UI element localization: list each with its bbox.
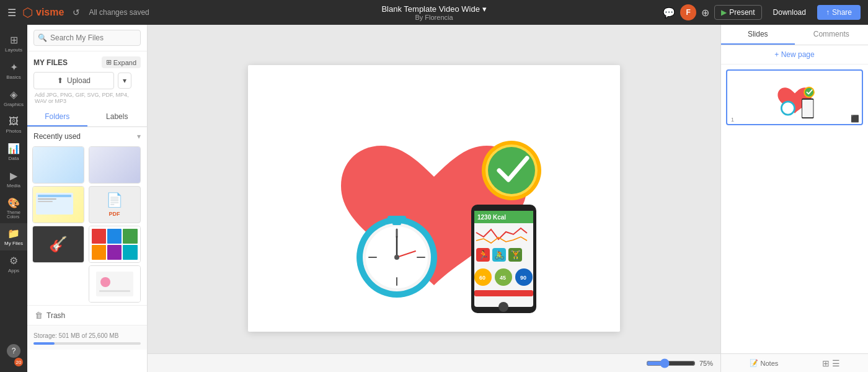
- myfiles-icon: 📁: [7, 228, 20, 239]
- help-icon: ?: [7, 344, 20, 358]
- avatar[interactable]: F: [680, 4, 696, 20]
- logo-text: visme: [36, 7, 64, 18]
- svg-point-36: [498, 302, 508, 312]
- sidebar-item-media[interactable]: ▶ Media: [0, 166, 27, 193]
- upload-button[interactable]: ⬆ Upload: [33, 72, 114, 89]
- list-item[interactable]: [32, 186, 84, 223]
- saved-text: All changes saved: [89, 8, 149, 17]
- tab-labels[interactable]: Labels: [87, 108, 148, 126]
- share-button[interactable]: ↑ Share: [817, 5, 861, 20]
- folder-label-tabs: Folders Labels: [27, 108, 147, 127]
- download-button[interactable]: Download: [767, 6, 812, 19]
- upload-hint: Add JPG, PNG, GIF, SVG, PDF, MP4, WAV or…: [33, 92, 141, 104]
- list-item[interactable]: [89, 146, 141, 184]
- file-thumbnail-1: [33, 147, 84, 183]
- trash-icon: 🗑: [35, 311, 43, 320]
- tab-comments[interactable]: Comments: [795, 25, 869, 45]
- menu-icon[interactable]: ☰: [7, 7, 16, 19]
- canvas-slide[interactable]: 1230 Kcal 🏃 🚴 🏋 60 45 90: [248, 65, 620, 332]
- list-item[interactable]: 📄 PDF: [89, 186, 141, 223]
- upload-area: ⬆ Upload ▾ Add JPG, PNG, GIF, SVG, PDF, …: [27, 72, 147, 108]
- canvas-area[interactable]: 1230 Kcal 🏃 🚴 🏋 60 45 90: [148, 25, 720, 372]
- logo: ⬡ visme: [22, 5, 64, 20]
- svg-point-43: [805, 88, 813, 97]
- collab-icon[interactable]: ⊕: [701, 7, 709, 19]
- expand-button[interactable]: ⊞ Expand: [102, 56, 141, 68]
- new-page-button[interactable]: + New page: [721, 45, 868, 64]
- file-grid: 📄 PDF 🎸: [27, 144, 147, 305]
- trash-row[interactable]: 🗑 Trash: [27, 305, 147, 325]
- recently-used-title: Recently used: [33, 132, 81, 141]
- list-item[interactable]: [89, 265, 141, 303]
- svg-text:60: 60: [479, 275, 485, 281]
- sidebar-item-basics[interactable]: ✦ Basics: [0, 57, 27, 84]
- logo-icon: ⬡: [22, 5, 33, 20]
- list-view-icon[interactable]: ☰: [832, 358, 840, 368]
- upload-dropdown-button[interactable]: ▾: [118, 73, 131, 89]
- chevron-down-icon: ▾: [137, 132, 141, 141]
- sidebar-item-graphics[interactable]: ◈ Graphics: [0, 84, 27, 112]
- svg-rect-35: [474, 290, 533, 296]
- right-panel-bottom: 📝 Notes ⊞ ☰: [721, 353, 868, 372]
- right-panel-tabs: Slides Comments: [721, 25, 868, 45]
- tab-slides[interactable]: Slides: [721, 25, 795, 45]
- present-button[interactable]: ▶ Present: [714, 5, 761, 20]
- svg-rect-2: [38, 198, 56, 200]
- chat-icon[interactable]: 💬: [663, 7, 675, 19]
- file-thumbnail-6: [89, 226, 140, 262]
- svg-rect-45: [802, 100, 813, 118]
- recently-used-header[interactable]: Recently used ▾: [27, 127, 147, 144]
- search-input[interactable]: [33, 30, 141, 46]
- grid-view-icon[interactable]: ⊞: [822, 358, 830, 368]
- icon-rail: ⊞ Layouts ✦ Basics ◈ Graphics 🖼 Photos 📊…: [0, 25, 27, 372]
- file-thumbnail-pdf: 📄 PDF: [106, 192, 123, 217]
- doc-title[interactable]: Blank Template Video Wide ▾: [381, 4, 486, 14]
- file-thumbnail-2: [89, 147, 140, 183]
- undo-icon[interactable]: ↺: [73, 7, 80, 17]
- sidebar-item-layouts[interactable]: ⊞ Layouts: [0, 30, 27, 57]
- sidebar-item-apps[interactable]: ⚙ Apps: [0, 250, 27, 278]
- photos-icon: 🖼: [9, 116, 19, 127]
- notes-icon: 📝: [750, 359, 758, 367]
- trash-label: Trash: [46, 311, 65, 320]
- apps-icon: ⚙: [9, 255, 18, 267]
- sidebar-item-photos[interactable]: 🖼 Photos: [0, 112, 27, 138]
- storage-bar: [33, 342, 141, 345]
- svg-text:90: 90: [520, 275, 526, 281]
- zoom-slider[interactable]: [646, 358, 696, 368]
- my-files-title: MY FILES: [33, 58, 68, 67]
- svg-text:45: 45: [500, 275, 506, 281]
- list-item[interactable]: [89, 226, 141, 263]
- doc-subtitle: By Florencia: [381, 14, 486, 21]
- basics-icon: ✦: [10, 61, 18, 73]
- svg-rect-1: [38, 195, 71, 197]
- storage-area: Storage: 501 MB of 25,600 MB: [27, 325, 147, 350]
- slide-thumbnail-1[interactable]: 1 ⬛: [726, 69, 863, 125]
- search-bar: 🔍: [27, 25, 147, 51]
- svg-point-39: [488, 147, 535, 194]
- sidebar-item-myfiles[interactable]: 📁 My Files: [0, 223, 27, 250]
- svg-rect-6: [99, 290, 130, 292]
- right-actions: 💬 F ⊕ ▶ Present Download ↑ Share: [663, 4, 861, 20]
- zoom-text: 75%: [699, 360, 713, 367]
- svg-point-5: [100, 277, 110, 287]
- help-badge: 20: [14, 358, 23, 366]
- topbar: ☰ ⬡ visme ↺ All changes saved Blank Temp…: [0, 0, 868, 25]
- svg-rect-17: [392, 220, 401, 225]
- svg-text:🏃: 🏃: [478, 250, 489, 260]
- slide-thumb-icon: ⬛: [851, 115, 859, 123]
- upload-icon: ⬆: [57, 76, 63, 85]
- sidebar-item-data[interactable]: 📊 Data: [0, 138, 27, 166]
- file-thumbnail-3: [33, 187, 84, 223]
- list-item[interactable]: [32, 146, 84, 184]
- data-icon: 📊: [7, 143, 20, 154]
- sidebar-item-theme[interactable]: 🎨 ThemeColors: [0, 193, 27, 223]
- tab-folders[interactable]: Folders: [27, 108, 87, 126]
- play-icon: ▶: [721, 8, 727, 17]
- sidebar-item-help[interactable]: ? 20: [0, 340, 27, 372]
- notes-button[interactable]: 📝 Notes: [750, 359, 779, 367]
- health-illustration: 1230 Kcal 🏃 🚴 🏋 60 45 90: [248, 65, 620, 332]
- canvas-bottom: 75%: [148, 353, 720, 372]
- list-item[interactable]: 🎸: [32, 226, 84, 263]
- svg-text:🚴: 🚴: [494, 250, 505, 260]
